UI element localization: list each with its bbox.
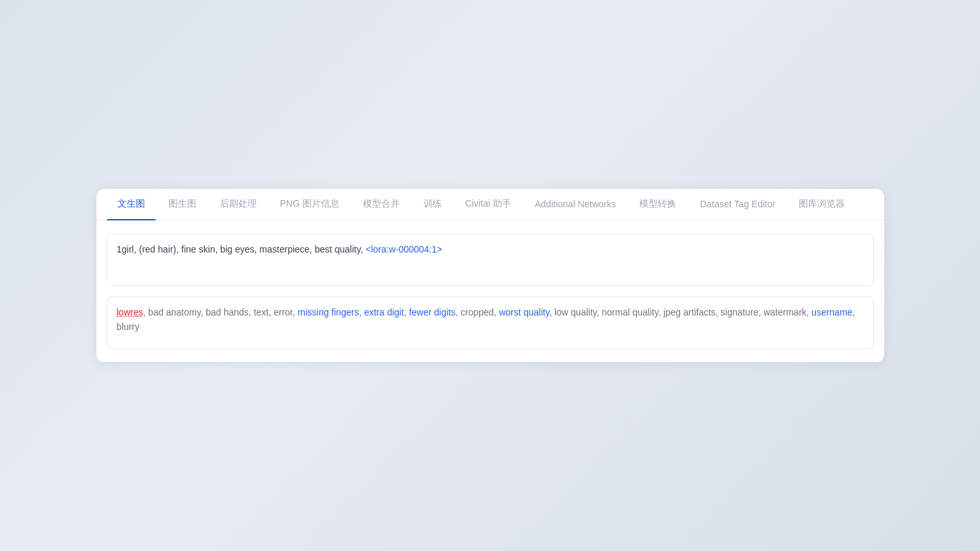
- neg-text-3: ,: [404, 307, 409, 317]
- tab-additional-networks[interactable]: Additional Networks: [524, 190, 627, 220]
- neg-lowres: lowres: [117, 307, 143, 317]
- neg-text-1: , bad anatomy, bad hands, text, error,: [143, 307, 298, 317]
- tabs-bar: 文生图 图生图 后期处理 PNG 图片信息 模型合并 训练 Civitai 助手…: [96, 189, 884, 220]
- neg-username: username: [811, 307, 852, 317]
- negative-prompt-box[interactable]: lowres, bad anatomy, bad hands, text, er…: [107, 296, 874, 349]
- neg-text-2: ,: [359, 307, 364, 317]
- tab-model-convert[interactable]: 模型转换: [629, 189, 687, 220]
- main-card: 文生图 图生图 后期处理 PNG 图片信息 模型合并 训练 Civitai 助手…: [96, 189, 884, 362]
- neg-text-4: , cropped,: [456, 307, 499, 317]
- tab-img2img[interactable]: 图生图: [158, 189, 207, 220]
- tab-image-browser[interactable]: 图库浏览器: [788, 189, 855, 220]
- neg-fewer-digits: fewer digits: [409, 307, 456, 317]
- tab-civitai[interactable]: Civitai 助手: [455, 189, 522, 220]
- neg-missing-fingers: missing fingers: [298, 307, 359, 317]
- tab-train[interactable]: 训练: [413, 189, 452, 220]
- lora-tag: <lora:w-000004:1>: [366, 244, 442, 255]
- neg-worst-quality: worst quality: [499, 307, 549, 317]
- tab-txt2img[interactable]: 文生图: [107, 189, 156, 220]
- content-area: 1girl, (red hair), fine skin, big eyes, …: [96, 220, 884, 362]
- tab-png-info[interactable]: PNG 图片信息: [270, 189, 350, 220]
- neg-text-5: , low quality, normal quality, jpeg arti…: [549, 307, 811, 317]
- positive-prompt-box[interactable]: 1girl, (red hair), fine skin, big eyes, …: [107, 234, 874, 286]
- tab-postprocess[interactable]: 后期处理: [209, 189, 267, 220]
- tab-model-merge[interactable]: 模型合并: [352, 189, 410, 220]
- positive-prompt-text: 1girl, (red hair), fine skin, big eyes, …: [117, 244, 366, 255]
- neg-extra-digit: extra digit: [364, 307, 404, 317]
- tab-dataset-tag[interactable]: Dataset Tag Editor: [689, 190, 786, 220]
